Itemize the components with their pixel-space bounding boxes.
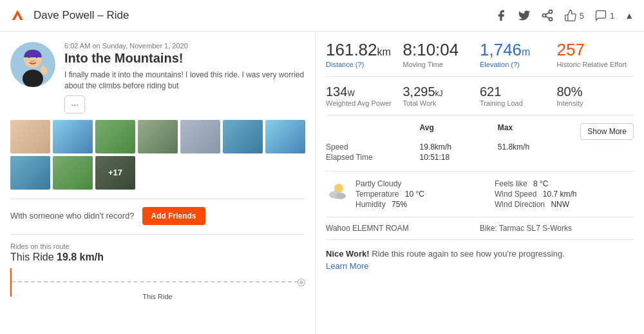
show-more-button[interactable]: Show More <box>580 123 634 140</box>
weather-condition: Partly Cloudy <box>355 179 495 188</box>
stats-top: 161.82km Distance (?) 8:10:04 Moving Tim… <box>326 41 634 77</box>
distance-value: 161.82km <box>326 41 403 59</box>
stat-work: 3,295kJ Total Work <box>403 84 480 107</box>
activity-info: 6:02 AM on Sunday, November 1, 2020 Into… <box>64 42 305 113</box>
kudos-button[interactable]: 5 <box>564 9 584 22</box>
elevation-unit: m <box>522 46 530 57</box>
more-options-button[interactable]: ··· <box>64 95 85 113</box>
svg-point-13 <box>23 70 43 87</box>
stat-distance: 161.82km Distance (?) <box>326 41 403 68</box>
photo-thumb[interactable] <box>53 120 93 153</box>
facebook-icon <box>495 9 507 22</box>
header-actions: 5 1 ▲ <box>495 9 634 22</box>
stat-intensity: 80% Intensity <box>557 84 634 107</box>
work-value: 3,295kJ <box>403 84 480 99</box>
weather-icon <box>326 181 349 208</box>
training-load-label: Training Load <box>480 99 557 107</box>
elevation-value: 1,746m <box>480 41 557 59</box>
photo-thumb-more[interactable]: +17 <box>95 156 135 190</box>
comment-count: 1 <box>610 11 614 21</box>
stat-elevation: 1,746m Elevation (?) <box>480 41 557 68</box>
add-friends-button[interactable]: Add Friends <box>142 207 205 225</box>
work-label: Total Work <box>403 99 480 107</box>
wind-speed-value: 10.7 km/h <box>543 190 577 199</box>
col-avg-header: Avg <box>420 123 498 140</box>
photo-thumb[interactable] <box>223 120 263 153</box>
elapsed-avg: 10:51:18 <box>420 153 498 162</box>
weather-temperature: Temperature 10 °C <box>355 190 495 199</box>
feels-like-value: 8 °C <box>533 179 548 188</box>
weather-grid: Partly Cloudy Temperature 10 °C Humidity… <box>355 179 634 210</box>
header: Dave Powell – Ride <box>0 0 644 32</box>
activity-header: 6:02 AM on Sunday, November 1, 2020 Into… <box>10 42 305 113</box>
intensity-label: Intensity <box>557 99 634 107</box>
friends-prompt-text: With someone who didn't record? <box>10 211 135 221</box>
speed-row-elapsed: Elapsed Time 10:51:18 <box>326 153 634 162</box>
route-label: Rides on this route <box>10 242 305 250</box>
share-button[interactable] <box>541 9 554 22</box>
photo-thumb[interactable] <box>10 120 50 153</box>
humidity-value: 75% <box>392 200 407 209</box>
svg-point-2 <box>542 14 545 17</box>
route-bar-line <box>10 268 12 297</box>
wind-direction-label: Wind Direction <box>495 200 545 209</box>
svg-point-3 <box>549 17 552 21</box>
photo-thumb[interactable] <box>53 156 93 190</box>
svg-line-4 <box>545 16 549 18</box>
bike-name: Bike: Tarmac SL7 S-Works <box>480 224 634 233</box>
training-load-value: 621 <box>480 84 557 99</box>
svg-point-17 <box>336 193 346 199</box>
stat-power: 134W Weighted Avg Power <box>326 84 403 107</box>
relative-effort-label: Historic Relative Effort <box>557 61 634 68</box>
distance-label[interactable]: Distance (?) <box>326 61 403 68</box>
partly-cloudy-icon <box>326 181 349 204</box>
temperature-label: Temperature <box>355 190 399 199</box>
speed-avg: 19.8km/h <box>420 142 498 152</box>
photo-thumb[interactable] <box>95 120 135 153</box>
avatar <box>10 42 55 87</box>
facebook-share-button[interactable] <box>495 9 507 22</box>
photo-thumb[interactable] <box>10 156 50 190</box>
speed-max: 51.8km/h <box>498 142 576 152</box>
weather-wind-speed: Wind Speed 10.7 km/h <box>495 190 634 199</box>
moving-time-value: 8:10:04 <box>403 41 480 59</box>
photo-thumb[interactable] <box>265 120 305 153</box>
elevation-number: 1,746 <box>480 40 522 59</box>
weather-section: Partly Cloudy Temperature 10 °C Humidity… <box>326 179 634 217</box>
distance-unit: km <box>377 46 391 57</box>
route-title-prefix: This Ride <box>10 251 54 262</box>
temperature-value: 10 °C <box>405 190 424 199</box>
power-unit: W <box>347 89 354 98</box>
weather-humidity: Humidity 75% <box>355 200 495 209</box>
weather-col-right: Feels like 8 °C Wind Speed 10.7 km/h Win… <box>495 179 634 210</box>
twitter-icon <box>518 9 531 22</box>
svg-point-12 <box>30 60 35 63</box>
power-label: Weighted Avg Power <box>326 99 403 107</box>
friends-section: With someone who didn't record? Add Frie… <box>10 199 305 225</box>
strava-logo-icon <box>10 6 28 25</box>
power-number: 134 <box>326 84 347 99</box>
activity-date: 6:02 AM on Sunday, November 1, 2020 <box>64 42 305 50</box>
left-panel: 6:02 AM on Sunday, November 1, 2020 Into… <box>0 32 316 334</box>
work-number: 3,295 <box>403 84 435 99</box>
photo-thumb[interactable] <box>138 120 178 153</box>
photo-row-1 <box>10 120 305 153</box>
nice-work-text: Ride this route again to see how you're … <box>370 249 565 259</box>
learn-more-link[interactable]: Learn More <box>326 261 368 271</box>
col-action-header: Show More <box>576 123 634 140</box>
photo-thumb[interactable] <box>180 120 220 153</box>
svg-line-5 <box>545 12 549 14</box>
right-panel: 161.82km Distance (?) 8:10:04 Moving Tim… <box>316 32 644 334</box>
nice-work-bold: Nice Work! <box>326 249 370 259</box>
main-content: 6:02 AM on Sunday, November 1, 2020 Into… <box>0 32 644 334</box>
route-dashed-line <box>12 281 298 282</box>
elevation-label[interactable]: Elevation (?) <box>480 61 557 68</box>
elapsed-row-label: Elapsed Time <box>326 153 420 162</box>
collapse-button[interactable]: ▲ <box>625 10 634 21</box>
svg-marker-0 <box>12 10 23 20</box>
col-max-header: Max <box>498 123 576 140</box>
twitter-share-button[interactable] <box>518 9 531 22</box>
comments-button[interactable]: 1 <box>594 9 614 22</box>
intensity-value: 80% <box>557 84 634 99</box>
wind-direction-value: NNW <box>551 200 569 209</box>
